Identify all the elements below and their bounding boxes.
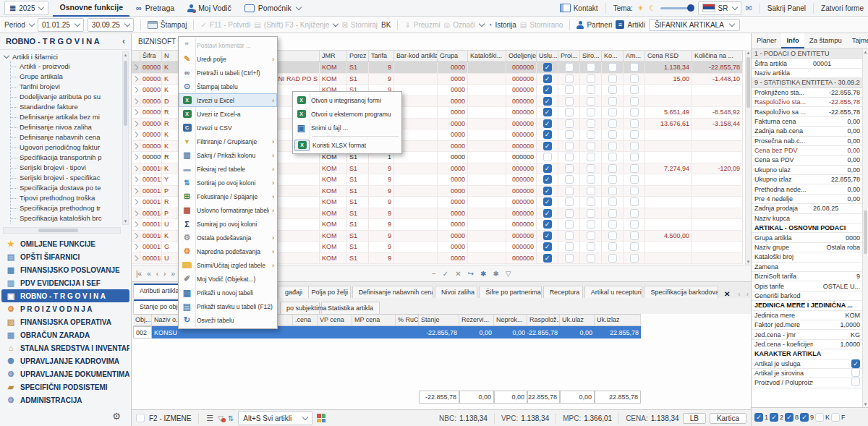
cell-am[interactable]	[624, 85, 645, 95]
cell-sifra[interactable]: 000017	[140, 242, 162, 252]
cell-grupa[interactable]: 0000	[438, 197, 468, 208]
card-view-icon[interactable]	[317, 414, 326, 422]
checkbox-unchecked[interactable]	[587, 242, 595, 251]
checkbox-unchecked[interactable]	[630, 97, 639, 106]
menu-item-snimi-u-itaj-izgled-tabele[interactable]: Snimi/Učitaj izgled tabele›	[179, 258, 277, 272]
cell-kataloski[interactable]	[468, 197, 506, 208]
cell-sirovina[interactable]	[580, 141, 602, 152]
nav-first-button[interactable]: |«	[136, 270, 142, 278]
cell-grupa[interactable]: 0000	[438, 152, 468, 163]
cell-proizvod[interactable]	[558, 197, 580, 208]
checkbox-unchecked[interactable]	[565, 119, 574, 128]
panel-vertical-scrollbar[interactable]: ▲ ▼	[862, 49, 868, 407]
checkbox-unchecked[interactable]	[608, 153, 617, 161]
status-checkbox[interactable]	[136, 414, 145, 422]
checkbox-unchecked[interactable]	[630, 220, 639, 229]
cell-kolicina[interactable]	[692, 129, 743, 140]
cell-am[interactable]	[624, 152, 645, 163]
tree-item[interactable]: Definisanje nivoa zaliha	[11, 122, 121, 132]
lb-button[interactable]: LB	[683, 413, 706, 424]
cell-ko[interactable]	[602, 174, 624, 185]
panel-row-value[interactable]: 0000	[813, 234, 860, 242]
cell-kolicina[interactable]	[692, 197, 743, 208]
tree-item[interactable]: Specifikacija kataloških brc	[11, 213, 121, 223]
menu-item-osve-i-tabelu[interactable]: ↻Osveži tabelu	[179, 313, 277, 327]
sidebar-item-documents[interactable]: ⚙UPRAVLJANJE DOKUMENTIMA	[1, 367, 129, 380]
cell-porez[interactable]: S1	[347, 174, 369, 185]
cell-sifra[interactable]: 000011	[140, 174, 162, 185]
table-vertical-scrollbar[interactable]: ▲ ▼	[745, 50, 751, 265]
cell-am[interactable]	[624, 141, 645, 152]
cell-barkod[interactable]	[394, 197, 438, 208]
date-from-field[interactable]: 01.01.25	[38, 18, 84, 32]
checkbox-unchecked[interactable]	[565, 108, 574, 116]
menu-item-koristi-xlsx-format[interactable]: XKoristi XLSX format	[293, 138, 401, 152]
checkbox-checked[interactable]: ✓	[543, 187, 552, 195]
cell-odeljenje[interactable]: 000000	[506, 152, 537, 163]
tree-item[interactable]: Serijski brojevi - specifikac	[11, 173, 121, 183]
bottom-cell-uk-ulaz[interactable]: 0,00	[560, 326, 595, 338]
cell-sifra[interactable]: 000010	[140, 163, 162, 174]
menu-item-ostala-pode-avanja[interactable]: ⚙Ostala podešavanja›	[179, 231, 277, 244]
date-to-field[interactable]: 30.09.25	[88, 18, 134, 32]
footer-check-1[interactable]: ✓1	[754, 413, 768, 422]
bottom-cell-mp-cena[interactable]	[352, 326, 396, 338]
cell-porez[interactable]: S1	[347, 74, 369, 85]
checkbox-unchecked[interactable]	[630, 231, 639, 240]
checkbox-unchecked[interactable]	[587, 85, 595, 94]
expand-chevron-icon[interactable]	[132, 242, 140, 252]
column-header-Porez[interactable]: Porez	[347, 51, 369, 61]
checkbox-unchecked[interactable]	[587, 153, 595, 161]
cell-grupa[interactable]: 0000	[438, 219, 468, 230]
cell-cena-rsd[interactable]: 15,00	[645, 74, 692, 85]
cell-cena-rsd[interactable]	[645, 174, 692, 185]
sidebar-item-key[interactable]: ⚙ADMINISTRACIJA	[1, 393, 129, 406]
cell-proizvod[interactable]	[558, 219, 580, 230]
cell-tarifa[interactable]: 9	[369, 253, 394, 264]
cell-kataloski[interactable]	[468, 163, 506, 174]
year-selector[interactable]: ≣ 2025	[4, 1, 48, 15]
cell-kataloski[interactable]	[468, 231, 506, 242]
panel-row-value[interactable]: 00001	[813, 60, 860, 67]
column-header-raspolo-[interactable]: Raspolož...	[527, 315, 560, 325]
expand-chevron-icon[interactable]	[132, 119, 140, 129]
footer-check-k[interactable]: K	[815, 413, 830, 422]
column-header-uk-ulaz[interactable]: Uk.ulaz	[560, 315, 595, 325]
cell-kolicina[interactable]: -120,09	[692, 163, 743, 174]
cell-porez[interactable]: S1	[347, 253, 369, 264]
cell-kataloski[interactable]	[468, 208, 506, 219]
sidebar-item-box[interactable]: ▣ROBNO - T R G O V I N A	[1, 289, 129, 302]
nav-prev-button[interactable]: ‹	[156, 270, 158, 278]
cell-tarifa[interactable]: 9	[369, 174, 394, 185]
cell-proizvod[interactable]	[558, 96, 580, 107]
menu-item-otvori-u-eksternom-programu[interactable]: XOtvori u eksternom programu	[293, 107, 401, 121]
column-header-Tarifa[interactable]: Tarifa	[369, 51, 394, 61]
cell-cena-rsd[interactable]	[645, 96, 692, 107]
cell-kataloski[interactable]	[468, 186, 506, 197]
cell-sirovina[interactable]	[580, 163, 602, 174]
cell-sirovina[interactable]	[580, 253, 602, 264]
tab-stanje-po-objektima[interactable]: Stanje po obje	[133, 299, 179, 314]
expand-chevron-icon[interactable]	[132, 129, 140, 140]
checkbox-checked[interactable]: ✓	[543, 142, 552, 150]
tab-fragment[interactable]: gađaji	[278, 286, 309, 298]
checkbox-unchecked[interactable]	[587, 209, 595, 218]
cell-ko[interactable]	[602, 62, 624, 73]
cell-am[interactable]	[624, 253, 645, 264]
column-header-obj-[interactable]: Obj...	[133, 315, 152, 325]
panel-row-value[interactable]: 1,0000	[813, 321, 860, 328]
cell-usluga[interactable]: ✓	[537, 219, 558, 230]
checkbox-unchecked[interactable]	[565, 242, 574, 251]
filter-edit-button[interactable]: ✱	[480, 270, 486, 278]
cell-kolicina[interactable]	[692, 219, 743, 230]
checkbox-unchecked[interactable]	[630, 119, 639, 128]
expand-chevron-icon[interactable]	[132, 85, 140, 95]
tree-item[interactable]: Definisanje nabavnih cena	[11, 132, 121, 142]
close-forms-button[interactable]: Zatvori forme	[821, 4, 864, 12]
cell-jmr[interactable]: KOM	[320, 219, 347, 230]
cancelled-button[interactable]: ▤ Stornirano	[520, 21, 563, 29]
cell-jmr[interactable]: KOM	[320, 231, 347, 242]
bottom-cell-neprok-[interactable]: 0,00	[494, 326, 527, 338]
panel-row-value[interactable]: 0,00	[813, 118, 860, 125]
cell-usluga[interactable]: ✓	[537, 74, 558, 85]
